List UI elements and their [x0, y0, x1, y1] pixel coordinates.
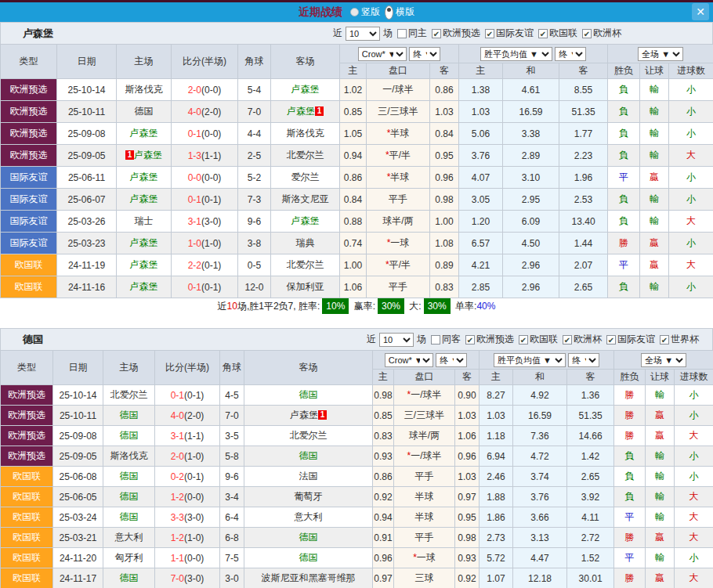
match-date: 24-11-16 — [57, 276, 117, 298]
away-odds: 0.95 — [430, 145, 459, 167]
away-team: 德国 — [299, 552, 318, 563]
result-cell: 勝 — [614, 426, 646, 446]
scope-select[interactable]: 全场 ▼ — [638, 47, 683, 61]
competition-3-checkbox-box[interactable]: ✔ — [582, 29, 592, 38]
away-team: 卢森堡 — [291, 84, 320, 95]
radio-horizontal[interactable] — [385, 5, 393, 20]
away-team: 斯洛伐克 — [287, 128, 324, 139]
avg-win: 1.07 — [480, 568, 513, 588]
close-icon[interactable]: ✕ — [692, 3, 709, 20]
away-team-cell: 卢森堡 — [271, 79, 340, 101]
avg-draw: 12.18 — [513, 568, 567, 588]
home-odds: 0.84 — [340, 189, 367, 211]
competition-2-checkbox[interactable]: ✔欧洲杯 — [563, 333, 602, 346]
match-row: 欧国联25-06-05德国1-2(0-0)3-4葡萄牙0.92半球0.971.8… — [1, 487, 713, 507]
bookmaker-select[interactable]: Crow* ▼ — [358, 47, 407, 61]
bookmaker-select[interactable]: Crow* ▼ — [385, 353, 433, 367]
bookmaker-stage-select[interactable]: 终 ▼ — [436, 353, 467, 367]
games-label: 场 — [417, 333, 426, 346]
games-count-select[interactable]: 10 — [379, 333, 414, 347]
competition-type: 欧国联 — [1, 254, 57, 276]
score-cell: 2-2(0-1) — [172, 254, 238, 276]
col-a-odds: 客 — [430, 63, 459, 79]
competition-4-checkbox[interactable]: ✔世界杯 — [660, 333, 699, 346]
home-team-cell: 德国 — [103, 487, 155, 507]
avg-win: 4.21 — [459, 254, 503, 276]
away-team: 波斯尼亚和黑塞哥维那 — [262, 572, 356, 583]
avg-select[interactable]: 胜平负均值 ▼ — [480, 47, 552, 61]
handicap: 半球 — [394, 507, 455, 528]
avg-lose: 2.65 — [567, 467, 614, 487]
home-odds: 0.83 — [373, 426, 394, 446]
home-team: 匈牙利 — [115, 552, 143, 563]
competition-1-checkbox-box[interactable]: ✔ — [519, 335, 528, 345]
match-date: 25-10-14 — [53, 385, 103, 406]
competition-1-checkbox-box[interactable]: ✔ — [485, 29, 494, 38]
avg-select[interactable]: 胜平负均值 ▼ — [494, 353, 566, 367]
away-odds: 0.89 — [430, 254, 459, 276]
match-date: 24-11-19 — [57, 254, 117, 276]
same-venue-checkbox-box[interactable] — [397, 29, 407, 38]
handicap: 平手 — [394, 467, 455, 487]
competition-0-checkbox[interactable]: ✔欧洲预选 — [432, 27, 480, 40]
match-row: 国际友谊25-03-26瑞士3-1(3-0)9-6卢森堡0.88球半/两1.00… — [1, 211, 713, 233]
result-cell: 平 — [614, 507, 646, 528]
competition-3-checkbox[interactable]: ✔欧洲杯 — [582, 27, 621, 40]
avg-draw: 4.61 — [503, 79, 559, 101]
same-venue-checkbox[interactable]: 同主 — [397, 27, 427, 40]
away-odds: 1.03 — [455, 467, 480, 487]
same-venue-checkbox-box[interactable] — [431, 335, 440, 345]
away-team-cell: 法国 — [244, 467, 373, 487]
goals-cell: 大 — [675, 568, 713, 588]
avg-win: 2.73 — [480, 528, 513, 548]
avg-lose: 2.07 — [559, 254, 608, 276]
score-cell: 1-2(1-0) — [155, 528, 220, 548]
avg-win: 1.03 — [480, 406, 513, 426]
avg-win: 1.86 — [480, 507, 513, 528]
avg-stage-select[interactable]: 终 ▼ — [555, 47, 586, 61]
home-team-cell: 德国 — [103, 467, 155, 487]
match-row: 国际友谊25-03-23卢森堡1-0(1-0)3-8瑞典0.74*一球1.086… — [1, 233, 713, 254]
score-cell: 0-1(0-1) — [172, 189, 238, 211]
competition-type: 国际友谊 — [1, 189, 57, 211]
score-cell: 4-0(2-0) — [172, 101, 238, 123]
competition-3-checkbox[interactable]: ✔国际友谊 — [606, 333, 655, 346]
games-count-select[interactable]: 10 — [346, 27, 380, 41]
away-team: 爱尔兰 — [291, 171, 320, 182]
away-team: 法国 — [299, 471, 318, 482]
red-card-badge: 1 — [318, 410, 327, 420]
competition-0-checkbox-box[interactable]: ✔ — [465, 335, 475, 345]
col-score: 比分(半场) — [172, 45, 238, 79]
result-cell: 負 — [614, 487, 646, 507]
avg-win: 2.85 — [459, 276, 503, 298]
competition-2-checkbox[interactable]: ✔欧国联 — [538, 27, 577, 40]
avg-stage-select[interactable]: 终 ▼ — [568, 353, 599, 367]
competition-type: 欧国联 — [1, 276, 57, 298]
competition-3-checkbox-box[interactable]: ✔ — [606, 335, 616, 345]
competition-0-checkbox[interactable]: ✔欧洲预选 — [465, 333, 514, 346]
avg-win: 1.20 — [459, 211, 503, 233]
competition-1-checkbox[interactable]: ✔欧国联 — [519, 333, 558, 346]
away-team-cell: 北爱尔兰 — [271, 145, 340, 167]
handicap-win-rate-badge: 30% — [378, 298, 404, 314]
competition-2-checkbox-box[interactable]: ✔ — [538, 29, 548, 38]
away-team: 意大利 — [295, 511, 323, 522]
col-avg-draw: 和 — [513, 370, 567, 385]
handicap: *一球 — [394, 548, 455, 568]
radio-vertical[interactable] — [350, 8, 359, 16]
avg-draw: 16.59 — [503, 101, 559, 123]
same-venue-checkbox[interactable]: 同客 — [431, 333, 461, 346]
goals-cell: 小 — [675, 385, 713, 406]
bookmaker-stage-select[interactable]: 终 ▼ — [409, 47, 440, 61]
scope-select[interactable]: 全场 ▼ — [641, 353, 686, 367]
competition-2-checkbox-box[interactable]: ✔ — [563, 335, 572, 345]
competition-2-checkbox-label: 欧洲杯 — [574, 333, 602, 346]
team-filter-bar: 德国近10场同客✔欧洲预选✔欧国联✔欧洲杯✔国际友谊✔世界杯 — [0, 328, 713, 350]
competition-1-checkbox[interactable]: ✔国际友谊 — [485, 27, 534, 40]
competition-4-checkbox-box[interactable]: ✔ — [660, 335, 669, 345]
radio-horizontal-label[interactable]: 横版 — [396, 5, 414, 19]
competition-0-checkbox-box[interactable]: ✔ — [432, 29, 441, 38]
goals-cell: 小 — [675, 548, 713, 568]
radio-vertical-label[interactable]: 竖版 — [361, 5, 380, 19]
home-team-cell: 瑞士 — [117, 211, 172, 233]
